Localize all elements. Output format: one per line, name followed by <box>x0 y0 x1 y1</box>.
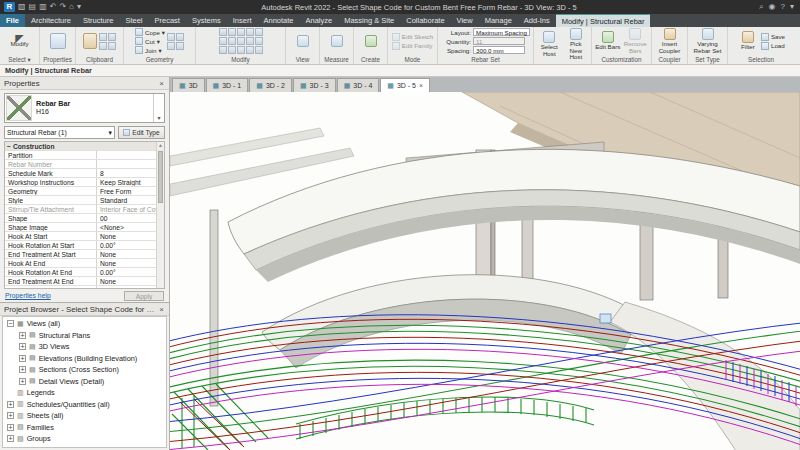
save-selection-button[interactable]: Save <box>761 33 785 41</box>
create-icon[interactable] <box>365 35 377 47</box>
view-tab-3d-1[interactable]: ▦3D - 1 <box>206 78 249 92</box>
mirror-icon[interactable] <box>237 28 245 36</box>
drawing-area[interactable] <box>170 92 800 450</box>
revit-logo-icon[interactable]: R <box>4 2 15 12</box>
copy-icon[interactable] <box>99 33 107 41</box>
tree-item-groups[interactable]: +▧Groups <box>3 433 166 445</box>
property-value[interactable]: 0.00° <box>97 268 156 276</box>
view-panel-icon[interactable] <box>297 35 309 47</box>
property-value[interactable]: Standard <box>97 196 156 204</box>
tree-item-3d-views[interactable]: +▤3D Views <box>3 341 166 353</box>
selection-marker[interactable] <box>600 314 611 323</box>
rotate-icon[interactable] <box>219 37 227 45</box>
paste-aligned-icon[interactable] <box>108 42 116 50</box>
tab-massing-site[interactable]: Massing & Site <box>338 14 400 27</box>
extend-icon[interactable] <box>246 46 254 54</box>
tree-item-legends[interactable]: ▥Legends <box>3 387 166 399</box>
view-tab-3d-2[interactable]: ▦3D - 2 <box>249 78 292 92</box>
tab-addins[interactable]: Add-Ins <box>518 14 556 27</box>
layout-select[interactable]: Maximum Spacing <box>473 28 530 36</box>
modify-tool-button[interactable]: ◤ Modify <box>5 35 35 48</box>
expander-icon[interactable]: + <box>19 343 26 350</box>
tab-view[interactable]: View <box>451 14 479 27</box>
search-icon[interactable]: ⌕ <box>759 2 763 12</box>
pin-icon[interactable] <box>219 46 227 54</box>
load-selection-button[interactable]: Load <box>761 42 785 50</box>
align-icon[interactable] <box>219 28 227 36</box>
properties-close-icon[interactable]: × <box>158 79 165 88</box>
select-host-button[interactable]: Select Host <box>537 31 562 57</box>
cope-button[interactable]: Cope▾ <box>135 28 165 36</box>
model-viewport[interactable] <box>170 92 800 450</box>
expander-icon[interactable]: + <box>19 378 26 385</box>
copy-tool-icon[interactable] <box>255 28 263 36</box>
unjoin-icon[interactable] <box>167 42 175 50</box>
edit-bars-button[interactable]: Edit Bars <box>595 31 621 51</box>
tab-modify-structural-rebar[interactable]: Modify | Structural Rebar <box>556 14 651 27</box>
redo-icon[interactable]: ↷ <box>59 2 66 12</box>
open-icon[interactable]: ▧ <box>18 2 26 12</box>
close-view-tab-icon[interactable]: × <box>419 82 423 89</box>
property-value[interactable]: None <box>97 250 156 258</box>
property-value[interactable]: 8 <box>97 169 156 177</box>
insert-coupler-button[interactable]: Insert Coupler <box>655 28 684 54</box>
section-collapse-icon[interactable]: − <box>7 142 11 150</box>
tab-precast[interactable]: Precast <box>149 14 186 27</box>
tree-item-elevations[interactable]: +▤Elevations (Building Elevation) <box>3 353 166 365</box>
expander-icon[interactable]: + <box>19 366 26 373</box>
tab-manage[interactable]: Manage <box>479 14 518 27</box>
expander-icon[interactable]: + <box>19 355 26 362</box>
view-tab-3d-5-active[interactable]: ▦3D - 5× <box>380 78 430 92</box>
measure-icon[interactable] <box>331 35 343 47</box>
property-value[interactable] <box>97 151 156 159</box>
property-value[interactable]: 0.00° <box>97 241 156 249</box>
beam-joins-icon[interactable] <box>176 33 184 41</box>
expander-icon[interactable]: + <box>7 435 14 442</box>
demolish-icon[interactable] <box>176 42 184 50</box>
expander-icon[interactable]: + <box>7 424 14 431</box>
view-tab-3d[interactable]: ▦3D <box>172 78 205 92</box>
section-construction[interactable]: −Construction <box>5 142 156 151</box>
tab-architecture[interactable]: Architecture <box>25 14 77 27</box>
expander-icon[interactable]: + <box>7 412 14 419</box>
move-icon[interactable] <box>246 28 254 36</box>
panel-label-select[interactable]: Select ▾ <box>0 55 39 64</box>
tab-steel[interactable]: Steel <box>119 14 148 27</box>
save-icon[interactable]: ▤ <box>29 2 37 12</box>
tree-item-structural-plans[interactable]: +▤Structural Plans <box>3 330 166 342</box>
filter-button[interactable]: Filter <box>737 31 759 51</box>
qat-dropdown-icon[interactable]: ▾ <box>77 2 81 12</box>
match-type-icon[interactable] <box>99 42 107 50</box>
view-tab-3d-4[interactable]: ▦3D - 4 <box>337 78 380 92</box>
array-icon[interactable] <box>246 37 254 45</box>
tree-item-views-all[interactable]: −▦Views (all) <box>3 318 166 330</box>
pick-new-host-button[interactable]: Pick New Host <box>564 28 589 61</box>
properties-scrollbar[interactable]: ▲ <box>156 142 164 288</box>
tab-collaborate[interactable]: Collaborate <box>400 14 450 27</box>
edit-type-button[interactable]: Edit Type <box>118 126 165 139</box>
property-value[interactable]: 00 <box>97 214 156 222</box>
tab-insert[interactable]: Insert <box>227 14 258 27</box>
cut-geometry-button[interactable]: Cut▾ <box>135 37 165 45</box>
tree-item-sections[interactable]: +▤Sections (Cross Section) <box>3 364 166 376</box>
properties-icon[interactable] <box>50 33 66 49</box>
scale-icon[interactable] <box>255 37 263 45</box>
remove-bars-button[interactable]: Remove Bars <box>623 28 649 54</box>
apply-button[interactable]: Apply <box>124 291 164 301</box>
property-value[interactable]: Free Form <box>97 187 156 195</box>
delete-icon[interactable] <box>237 46 245 54</box>
type-selector[interactable]: Rebar Bar H16 ▾ <box>4 93 165 123</box>
edit-sketch-button[interactable]: Edit Sketch <box>392 33 433 41</box>
scrollbar-thumb[interactable] <box>158 151 163 203</box>
view-tab-3d-3[interactable]: ▦3D - 3 <box>293 78 336 92</box>
join-button[interactable]: Join▾ <box>135 46 165 54</box>
account-icon[interactable]: ◉ <box>769 2 776 12</box>
quantity-input[interactable]: 11 <box>473 37 525 45</box>
tree-item-revit-links[interactable]: ▤Revit Links <box>3 445 166 449</box>
trim-multi-icon[interactable] <box>255 46 263 54</box>
project-browser-close-icon[interactable]: × <box>158 305 165 314</box>
tab-structure[interactable]: Structure <box>77 14 119 27</box>
slender-column[interactable] <box>210 210 218 406</box>
print-icon[interactable]: ▥ <box>39 2 47 12</box>
tab-systems[interactable]: Systems <box>186 14 227 27</box>
